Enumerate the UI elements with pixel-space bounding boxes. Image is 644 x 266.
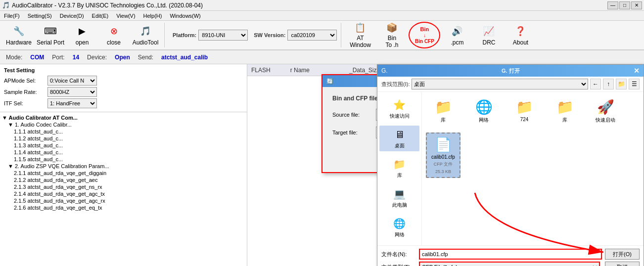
file-open-button[interactable]: 打开(O): [605, 249, 640, 260]
desktop-icon: 🖥: [392, 128, 408, 141]
drc-icon: 📈: [482, 24, 496, 38]
about-icon: ❓: [513, 24, 527, 38]
platform-select[interactable]: 8910-UNI: [198, 30, 248, 41]
file-dialog-title-bar: G. G. 打开 ✕: [377, 65, 644, 77]
samplerate-select[interactable]: 8000HZ: [47, 87, 97, 97]
list-item[interactable]: 2.1.4 atctst_aud_rda_vqe_get_agc_tx: [2, 190, 245, 197]
sidebar-library[interactable]: 📁 库: [379, 155, 419, 181]
left-panel: Test Setting APMode Sel: 0:Voice Call N …: [0, 64, 247, 266]
sw-version-select[interactable]: ca020109: [287, 30, 337, 41]
create-folder-button[interactable]: 📁: [616, 79, 627, 89]
test-settings-label: Test Setting: [4, 66, 243, 74]
sidebar-desktop[interactable]: 🖥 桌面: [379, 126, 419, 151]
folder-icon: 📁: [435, 99, 452, 115]
close-button[interactable]: ⊗ close: [99, 22, 129, 48]
library-icon: 📁: [392, 157, 408, 171]
tree-root[interactable]: ▼ Audio Calibrator AT Com...: [2, 114, 245, 121]
main-content: Test Setting APMode Sel: 0:Voice Call N …: [0, 64, 644, 266]
folder-724-icon: 📁: [516, 99, 533, 115]
nav-back-button[interactable]: ←: [590, 79, 601, 89]
menu-windows[interactable]: Windows(W): [168, 12, 202, 20]
maximize-button[interactable]: □: [619, 1, 630, 9]
file-dialog-close-button[interactable]: ✕: [634, 67, 640, 75]
list-item[interactable]: 📄 calib01.cfp CFP 文件 25.3 KB: [426, 133, 460, 178]
list-item[interactable]: 2.1.6 atctst_aud_rda_vqe_get_eq_tx: [2, 204, 245, 211]
itf-select[interactable]: 1: HandFree: [47, 98, 97, 108]
file-location-select[interactable]: 桌面: [412, 79, 588, 89]
list-item[interactable]: 🌐 网络: [466, 96, 501, 127]
list-item[interactable]: ▼ 1. Audio Codec Calibr...: [2, 121, 245, 128]
filetype-select[interactable]: CFP File(*.cfp): [419, 262, 600, 266]
menu-setting[interactable]: Setting(S): [26, 12, 54, 20]
pcm-button[interactable]: 🔊 .pcm: [442, 22, 472, 48]
toolbar-sep-2: [341, 23, 341, 47]
at-window-button[interactable]: 📋 AT Window: [345, 22, 375, 48]
right-panel: FLASH r Name _Data_Size 🔄 Convert File .…: [247, 64, 644, 266]
hardware-button[interactable]: 🔧 Hardware: [4, 22, 34, 48]
quick-access-label: 快速访问: [390, 113, 410, 120]
minimize-button[interactable]: —: [607, 1, 618, 9]
audiotool-button[interactable]: 🎵 AudioTool: [131, 22, 160, 48]
sidebar-quick-access[interactable]: ⭐ 快速访问: [379, 96, 419, 122]
library-label: 库: [397, 172, 402, 179]
cfp-file-icon: 📄: [435, 136, 452, 153]
source-file-label: Source file:: [332, 112, 372, 118]
tree-panel: ▼ Audio Calibrator AT Com... ▼ 1. Audio …: [0, 112, 247, 236]
itf-row: ITF Sel: 1: HandFree: [4, 98, 243, 108]
list-item[interactable]: 1.1.5 atctst_aud_c...: [2, 156, 245, 163]
open-icon: ▶: [75, 24, 89, 38]
serial-port-button[interactable]: ⌨ Serial Port: [36, 22, 65, 48]
close-window-button[interactable]: ✕: [631, 1, 642, 9]
view-button[interactable]: ☰: [629, 79, 640, 89]
test-settings: Test Setting APMode Sel: 0:Voice Call N …: [0, 64, 247, 112]
list-item[interactable]: 1.1.4 atctst_aud_c...: [2, 149, 245, 156]
apmode-select[interactable]: 0:Voice Call N: [47, 76, 97, 86]
samplerate-row: Sample Rate: 8000HZ: [4, 87, 243, 97]
list-item[interactable]: 🚀 快速启动: [588, 96, 623, 127]
bin-cfp-button[interactable]: Bin ↓ Bin CFP: [409, 22, 440, 48]
file-bottom-section: 文件名(N): 打开(O) 文件类型(T): CFP File(*.cfp) 取…: [377, 245, 644, 266]
menu-device[interactable]: Device(D): [58, 12, 86, 20]
nav-up-button[interactable]: ↑: [603, 79, 614, 89]
menu-file[interactable]: File(F): [2, 12, 22, 20]
filename-input[interactable]: [419, 249, 602, 260]
file-cancel-button[interactable]: 取消: [605, 262, 640, 266]
sidebar-computer[interactable]: 💻 此电脑: [379, 185, 419, 211]
list-item[interactable]: 2.1.2 atctst_aud_rda_vqe_get_aec: [2, 177, 245, 183]
list-item[interactable]: ▼ 2. Audio ZSP VQE Calibration Param...: [2, 163, 245, 170]
menu-help[interactable]: Help(H): [141, 12, 164, 20]
menu-view[interactable]: View(V): [114, 12, 137, 20]
menu-edit[interactable]: Edit(E): [90, 12, 111, 20]
bin-to-h-button[interactable]: 📦 Bin To .h: [377, 22, 407, 48]
title-bar: 🎵 AudioCalibrator - V2.3.7 By UNISOC Tec…: [0, 0, 644, 11]
sidebar-network[interactable]: 🌐 网络: [379, 215, 419, 240]
toolbar-sep-1: [164, 23, 165, 47]
at-window-icon: 📋: [353, 22, 367, 34]
target-file-label: Target file:: [332, 130, 372, 135]
network-icon: 🌐: [392, 217, 408, 230]
computer-icon: 💻: [392, 187, 408, 201]
pcm-icon: 🔊: [450, 24, 464, 38]
list-item[interactable]: 📁 库: [426, 96, 460, 127]
list-item[interactable]: 📁 724: [507, 96, 542, 127]
drc-button[interactable]: 📈 DRC: [474, 22, 504, 48]
network-label: 网络: [395, 231, 405, 238]
list-item[interactable]: 1.1.3 atctst_aud_c...: [2, 142, 245, 149]
list-item[interactable]: 2.1.3 atctst_aud_rda_vqe_get_ns_rx: [2, 183, 245, 190]
apmode-label: APMode Sel:: [4, 78, 44, 84]
window-controls[interactable]: — □ ✕: [607, 1, 642, 9]
library2-icon: 📁: [556, 99, 574, 115]
app-icon: 🎵: [2, 1, 10, 9]
list-item[interactable]: 1.1.2 atctst_aud_c...: [2, 135, 245, 142]
list-item[interactable]: 2.1.1 atctst_aud_rda_vqe_get_diggain: [2, 170, 245, 177]
list-item[interactable]: 📁 库: [548, 96, 582, 127]
list-item[interactable]: 2.1.5 atctst_aud_rda_vqe_get_agc_rx: [2, 197, 245, 204]
toolbar: 🔧 Hardware ⌨ Serial Port ▶ open ⊗ close …: [0, 21, 644, 50]
hardware-icon: 🔧: [12, 24, 26, 38]
about-button[interactable]: ❓ About: [506, 22, 535, 48]
filetype-label: 文件类型(T):: [381, 264, 416, 266]
network-file-icon: 🌐: [475, 99, 493, 115]
list-item[interactable]: 1.1.1 atctst_aud_c...: [2, 128, 245, 135]
filename-row: 文件名(N): 打开(O): [381, 249, 640, 260]
open-button[interactable]: ▶ open: [67, 22, 97, 48]
